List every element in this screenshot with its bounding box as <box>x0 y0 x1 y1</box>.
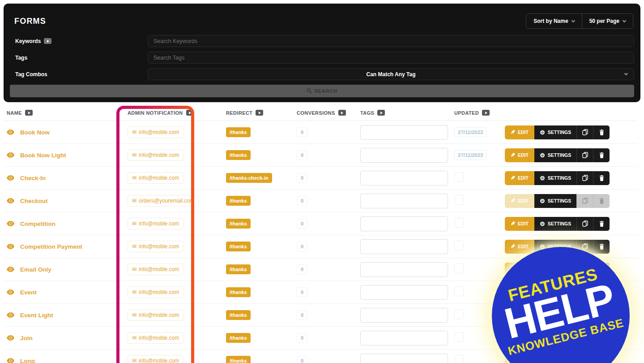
row-tags-input[interactable] <box>360 194 448 208</box>
admin-notification-badge[interactable]: ✉ info@moble.com <box>128 286 183 298</box>
row-tags-input[interactable] <box>360 171 448 186</box>
row-tags-input[interactable] <box>360 262 448 277</box>
eye-icon[interactable] <box>7 312 14 318</box>
pencil-icon: ✎ <box>511 130 515 135</box>
edit-button[interactable]: ✎ EDIT <box>505 240 534 254</box>
conversions-badge: 0 <box>297 356 307 363</box>
eye-icon[interactable] <box>7 198 14 203</box>
admin-notification-badge[interactable]: ✉ info@moble.com <box>128 149 183 161</box>
row-tags-input[interactable] <box>360 239 448 254</box>
tags-search-input[interactable] <box>148 52 634 64</box>
admin-notification-badge[interactable]: ✉ info@moble.com <box>128 126 183 138</box>
admin-notification-badge[interactable]: ✉ info@moble.com <box>128 332 183 344</box>
edit-button[interactable]: ✎ EDIT <box>505 148 534 162</box>
settings-button[interactable]: ⚙ SETTINGS <box>534 125 576 139</box>
form-name-link[interactable]: Book Now Light <box>20 152 66 159</box>
eye-icon[interactable] <box>7 267 14 272</box>
delete-button[interactable] <box>593 217 610 231</box>
video-help-icon[interactable] <box>482 110 490 116</box>
admin-notification-email: info@moble.com <box>139 243 179 250</box>
duplicate-button[interactable] <box>576 217 593 231</box>
envelope-icon: ✉ <box>132 152 136 158</box>
video-help-icon[interactable] <box>186 110 194 116</box>
video-help-icon[interactable] <box>377 110 385 116</box>
admin-notification-badge[interactable]: ✉ info@moble.com <box>128 218 183 229</box>
video-help-icon[interactable] <box>25 110 33 116</box>
sort-by-dropdown[interactable]: Sort by Name <box>526 14 581 28</box>
updated-badge <box>454 332 464 342</box>
duplicate-button[interactable] <box>576 125 593 139</box>
per-page-dropdown[interactable]: 50 per Page <box>582 14 633 28</box>
updated-badge <box>454 218 464 228</box>
row-tags-input[interactable] <box>360 308 448 323</box>
form-name-link[interactable]: Event Light <box>20 312 53 319</box>
column-header-tags[interactable]: TAGS <box>360 110 454 116</box>
video-help-icon[interactable] <box>256 110 263 116</box>
settings-button[interactable]: ⚙ SETTINGS <box>534 171 576 185</box>
duplicate-button[interactable] <box>576 194 593 208</box>
eye-icon[interactable] <box>7 244 14 249</box>
column-header-admin-notification[interactable]: ADMIN NOTIFICATION <box>128 110 226 116</box>
redirect-badge: /thanks-check-in <box>226 173 272 183</box>
admin-notification-badge[interactable]: ✉ info@moble.com <box>128 355 183 363</box>
delete-button[interactable] <box>593 194 610 208</box>
form-name-link[interactable]: Competition <box>20 220 55 227</box>
column-header-updated[interactable]: UPDATED <box>454 110 505 116</box>
video-help-icon[interactable] <box>338 110 346 116</box>
updated-badge: 27/11/2022 <box>454 127 487 137</box>
settings-button[interactable]: ⚙ SETTINGS <box>534 217 576 231</box>
row-tags-input[interactable] <box>360 331 448 346</box>
eye-icon[interactable] <box>7 130 14 135</box>
trash-icon <box>599 221 604 227</box>
admin-notification-badge[interactable]: ✉ info@moble.com <box>128 309 183 321</box>
delete-button[interactable] <box>593 240 610 254</box>
redirect-badge: /thanks <box>226 242 251 251</box>
delete-button[interactable] <box>593 125 610 139</box>
admin-notification-badge[interactable]: ✉ info@moble.com <box>128 172 183 184</box>
video-help-icon[interactable] <box>44 38 51 44</box>
admin-notification-badge[interactable]: ✉ info@moble.com <box>128 241 183 252</box>
settings-button[interactable]: ⚙ SETTINGS <box>534 194 576 208</box>
duplicate-button[interactable] <box>576 171 593 185</box>
edit-button[interactable]: ✎ EDIT <box>505 217 534 231</box>
column-header-name[interactable]: NAME <box>7 110 128 116</box>
admin-notification-badge[interactable]: ✉ orders@youremail.com <box>128 195 199 207</box>
row-tags-input[interactable] <box>360 285 448 300</box>
edit-button[interactable]: ✎ EDIT <box>505 171 534 185</box>
eye-icon[interactable] <box>7 221 14 226</box>
delete-button[interactable] <box>593 171 610 185</box>
search-button[interactable]: SEARCH <box>10 85 634 97</box>
row-tags-input[interactable] <box>360 216 448 231</box>
column-header-conversions[interactable]: CONVERSIONS <box>297 110 360 116</box>
trash-icon <box>599 130 604 135</box>
form-name-link[interactable]: Checkout <box>20 198 48 204</box>
settings-button[interactable]: ⚙ SETTINGS <box>534 148 576 162</box>
redirect-badge: /thanks <box>226 287 251 297</box>
edit-button[interactable]: ✎ EDIT <box>505 194 534 208</box>
keywords-search-input[interactable] <box>148 35 634 47</box>
eye-icon[interactable] <box>7 358 14 363</box>
edit-button[interactable]: ✎ EDIT <box>505 125 534 139</box>
form-name-link[interactable]: Email Only <box>20 266 51 273</box>
delete-button[interactable] <box>593 148 610 162</box>
row-tags-input[interactable] <box>360 354 448 363</box>
eye-icon[interactable] <box>7 335 14 341</box>
eye-icon[interactable] <box>7 290 14 295</box>
form-name-link[interactable]: Long <box>20 358 35 363</box>
updated-badge <box>454 309 464 319</box>
column-header-redirect[interactable]: REDIRECT <box>226 110 297 116</box>
row-tags-input[interactable] <box>360 125 448 140</box>
eye-icon[interactable] <box>7 175 14 181</box>
duplicate-button[interactable] <box>576 148 593 162</box>
form-name-link[interactable]: Book Now <box>20 129 50 136</box>
form-name-link[interactable]: Join <box>20 335 33 341</box>
admin-notification-badge[interactable]: ✉ info@moble.com <box>128 264 183 275</box>
search-icon <box>307 88 312 94</box>
row-tags-input[interactable] <box>360 148 448 163</box>
tag-combos-select[interactable]: Can Match Any Tag <box>148 68 634 80</box>
trash-icon <box>599 198 604 204</box>
eye-icon[interactable] <box>7 152 14 158</box>
form-name-link[interactable]: Event <box>20 289 37 296</box>
form-name-link[interactable]: Competition Payment <box>20 243 82 250</box>
form-name-link[interactable]: Check-In <box>20 175 46 182</box>
